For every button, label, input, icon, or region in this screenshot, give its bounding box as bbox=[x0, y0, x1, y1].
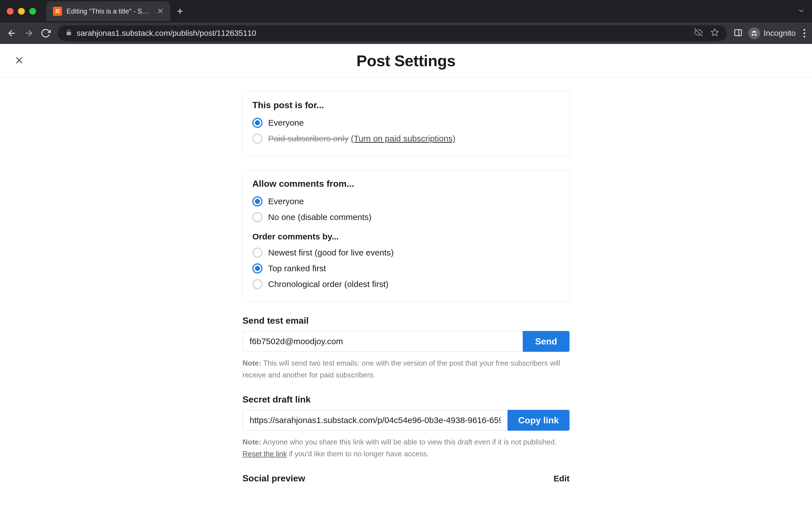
page-title: Post Settings bbox=[356, 52, 455, 70]
substack-favicon-icon bbox=[53, 7, 62, 16]
comments-order-top[interactable]: Top ranked first bbox=[252, 261, 560, 276]
browser-chrome: Editing "This is a title" - Subst… ✕ + s… bbox=[0, 0, 812, 44]
test-email-section: Send test email Send Note: This will sen… bbox=[243, 316, 569, 381]
copy-link-button[interactable]: Copy link bbox=[507, 410, 569, 431]
svg-marker-5 bbox=[711, 29, 718, 36]
side-panel-icon[interactable] bbox=[733, 28, 743, 38]
option-label: Newest first (good for live events) bbox=[268, 248, 394, 258]
comments-order-chrono[interactable]: Chronological order (oldest first) bbox=[252, 276, 560, 292]
option-label: Everyone bbox=[268, 196, 304, 206]
tab-strip: Editing "This is a title" - Subst… ✕ + bbox=[0, 0, 812, 22]
option-label-disabled: Paid subscribers only bbox=[268, 134, 349, 143]
tabs-dropdown-icon[interactable] bbox=[797, 7, 805, 16]
bookmark-star-icon[interactable] bbox=[711, 28, 719, 39]
draft-link-section: Secret draft link Copy link Note: Anyone… bbox=[243, 394, 569, 460]
radio-icon bbox=[252, 247, 262, 258]
browser-tab[interactable]: Editing "This is a title" - Subst… ✕ bbox=[46, 1, 170, 21]
radio-icon bbox=[252, 196, 262, 207]
test-email-note: Note: This will send two test emails: on… bbox=[243, 357, 569, 381]
eye-off-icon[interactable] bbox=[694, 28, 703, 39]
option-label: Top ranked first bbox=[268, 264, 326, 273]
tab-close-icon[interactable]: ✕ bbox=[157, 7, 163, 15]
address-bar-actions bbox=[694, 28, 719, 39]
test-email-title: Send test email bbox=[243, 316, 569, 326]
audience-title: This post is for... bbox=[252, 100, 560, 110]
svg-rect-1 bbox=[56, 11, 59, 11]
reset-link[interactable]: Reset the link bbox=[243, 450, 287, 458]
tab-title: Editing "This is a title" - Subst… bbox=[66, 7, 153, 15]
comments-allow-title: Allow comments from... bbox=[252, 179, 560, 189]
toolbar-right: Incognito bbox=[733, 27, 805, 39]
draft-link-input[interactable] bbox=[243, 410, 507, 431]
radio-icon bbox=[252, 279, 262, 289]
browser-menu-icon[interactable] bbox=[804, 29, 805, 38]
comments-allow-everyone[interactable]: Everyone bbox=[252, 193, 560, 209]
settings-content: This post is for... Everyone Paid subscr… bbox=[243, 78, 569, 484]
draft-link-note: Note: Anyone who you share this link wit… bbox=[243, 436, 569, 460]
social-preview-edit-button[interactable]: Edit bbox=[553, 474, 569, 483]
audience-option-paid[interactable]: Paid subscribers only (Turn on paid subs… bbox=[252, 131, 560, 147]
draft-link-title: Secret draft link bbox=[243, 394, 569, 405]
send-test-email-button[interactable]: Send bbox=[523, 331, 569, 352]
option-label: Chronological order (oldest first) bbox=[268, 279, 389, 289]
close-modal-button[interactable] bbox=[13, 55, 25, 67]
comments-allow-noone[interactable]: No one (disable comments) bbox=[252, 209, 560, 225]
page: Post Settings This post is for... Everyo… bbox=[0, 44, 812, 507]
window-maximize-button[interactable] bbox=[29, 8, 36, 15]
address-bar[interactable]: sarahjonas1.substack.com/publish/post/11… bbox=[57, 25, 727, 41]
reload-button[interactable] bbox=[41, 28, 51, 38]
incognito-icon bbox=[748, 27, 760, 39]
svg-rect-0 bbox=[56, 9, 59, 10]
incognito-indicator[interactable]: Incognito bbox=[748, 27, 796, 39]
option-label: No one (disable comments) bbox=[268, 212, 371, 222]
window-close-button[interactable] bbox=[7, 8, 13, 15]
radio-icon bbox=[252, 263, 262, 274]
audience-option-everyone[interactable]: Everyone bbox=[252, 115, 560, 131]
social-preview-title: Social preview bbox=[243, 473, 305, 484]
back-button[interactable] bbox=[7, 28, 17, 38]
turn-on-paid-link[interactable]: (Turn on paid subscriptions) bbox=[351, 134, 455, 143]
browser-toolbar: sarahjonas1.substack.com/publish/post/11… bbox=[0, 22, 812, 44]
comments-panel: Allow comments from... Everyone No one (… bbox=[243, 170, 569, 302]
incognito-label: Incognito bbox=[763, 29, 796, 38]
radio-icon bbox=[252, 118, 262, 128]
comments-order-title: Order comments by... bbox=[252, 232, 560, 241]
modal-header: Post Settings bbox=[0, 44, 812, 78]
test-email-input[interactable] bbox=[243, 331, 523, 352]
forward-button[interactable] bbox=[24, 28, 34, 38]
social-preview-section: Social preview Edit bbox=[243, 473, 569, 484]
window-minimize-button[interactable] bbox=[18, 8, 25, 15]
audience-panel: This post is for... Everyone Paid subscr… bbox=[243, 91, 569, 156]
window-controls bbox=[7, 8, 36, 15]
comments-order-newest[interactable]: Newest first (good for live events) bbox=[252, 245, 560, 261]
lock-icon bbox=[65, 29, 72, 38]
new-tab-button[interactable]: + bbox=[177, 5, 183, 17]
svg-rect-6 bbox=[735, 30, 742, 36]
radio-icon bbox=[252, 212, 262, 222]
url-text: sarahjonas1.substack.com/publish/post/11… bbox=[77, 29, 256, 38]
option-label: Everyone bbox=[268, 118, 304, 128]
radio-icon bbox=[252, 133, 262, 144]
